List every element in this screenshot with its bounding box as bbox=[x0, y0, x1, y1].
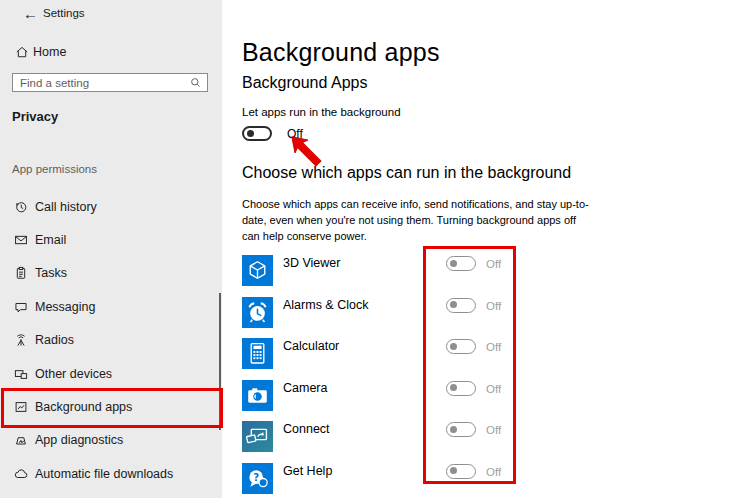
sidebar-item-label: Email bbox=[35, 233, 66, 247]
app-row-3d-viewer: 3D Viewer Off bbox=[242, 250, 712, 292]
svg-text:?: ? bbox=[253, 471, 259, 482]
category-title: Privacy bbox=[12, 109, 58, 124]
titlebar: ← Settings bbox=[0, 5, 222, 23]
sidebar-item-label: App diagnostics bbox=[35, 433, 123, 447]
camera-toggle[interactable] bbox=[446, 381, 476, 396]
background-apps-heading: Background Apps bbox=[242, 74, 367, 92]
app-diagnostics-icon bbox=[13, 433, 28, 448]
search-box[interactable] bbox=[12, 73, 208, 92]
connect-toggle[interactable] bbox=[446, 422, 476, 437]
sidebar-item-label: Other devices bbox=[35, 367, 112, 381]
toggle-knob bbox=[247, 130, 254, 137]
group-label: App permissions bbox=[12, 163, 97, 175]
app-toggle-state: Off bbox=[486, 300, 501, 312]
background-apps-icon bbox=[13, 400, 28, 415]
app-row-calculator: Calculator Off bbox=[242, 333, 712, 375]
toggle-knob bbox=[450, 301, 457, 308]
app-toggle-state: Off bbox=[486, 424, 501, 436]
get-help-toggle[interactable] bbox=[446, 464, 476, 479]
camera-tile-icon bbox=[242, 380, 273, 411]
sidebar-item-radios[interactable]: Radios bbox=[0, 324, 222, 357]
app-list: 3D Viewer Off Alarms & Clock Off bbox=[242, 250, 712, 498]
sidebar-item-automatic-file-downloads[interactable]: Automatic file downloads bbox=[0, 457, 222, 490]
radios-icon bbox=[13, 333, 28, 348]
toggle-knob bbox=[450, 467, 457, 474]
app-row-camera: Camera Off bbox=[242, 375, 712, 417]
master-toggle-label: Let apps run in the background bbox=[242, 106, 401, 118]
sidebar-item-label: Call history bbox=[35, 200, 97, 214]
back-arrow-icon[interactable]: ← bbox=[23, 5, 38, 23]
sidebar-scrollbar[interactable] bbox=[219, 293, 221, 430]
app-toggle-state: Off bbox=[486, 341, 501, 353]
search-input[interactable] bbox=[13, 77, 190, 89]
toggle-knob bbox=[450, 260, 457, 267]
email-icon bbox=[13, 233, 28, 248]
alarms-clock-tile-icon bbox=[242, 297, 273, 328]
choose-apps-description: Choose which apps can receive info, send… bbox=[242, 196, 594, 244]
sidebar-item-label: Messaging bbox=[35, 300, 95, 314]
app-name: Get Help bbox=[283, 464, 332, 478]
calculator-toggle[interactable] bbox=[446, 339, 476, 354]
call-history-icon bbox=[13, 199, 28, 214]
sidebar-item-app-diagnostics[interactable]: App diagnostics bbox=[0, 424, 222, 457]
cloud-download-icon bbox=[13, 466, 28, 481]
sidebar-item-tasks[interactable]: Tasks bbox=[0, 257, 222, 290]
app-name: Connect bbox=[283, 422, 330, 436]
connect-tile-icon bbox=[242, 421, 273, 452]
app-name: 3D Viewer bbox=[283, 256, 340, 270]
main-content: Background apps Background Apps Let apps… bbox=[222, 0, 730, 498]
sidebar-item-call-history[interactable]: Call history bbox=[0, 190, 222, 223]
home-label: Home bbox=[33, 45, 66, 59]
alarms-clock-toggle[interactable] bbox=[446, 298, 476, 313]
settings-window: ← Settings Home Privacy App permissions bbox=[0, 0, 730, 498]
master-toggle-state: Off bbox=[287, 127, 303, 141]
messaging-icon bbox=[13, 299, 28, 314]
other-devices-icon bbox=[13, 366, 28, 381]
sidebar-item-other-devices[interactable]: Other devices bbox=[0, 357, 222, 390]
app-row-alarms-clock: Alarms & Clock Off bbox=[242, 292, 712, 334]
toggle-knob bbox=[450, 343, 457, 350]
tasks-icon bbox=[13, 266, 28, 281]
app-title: Settings bbox=[43, 7, 85, 19]
background-apps-master-toggle[interactable] bbox=[242, 126, 272, 141]
sidebar-item-messaging[interactable]: Messaging bbox=[0, 290, 222, 323]
app-name: Calculator bbox=[283, 339, 339, 353]
sidebar-item-email[interactable]: Email bbox=[0, 223, 222, 256]
search-icon[interactable] bbox=[190, 77, 201, 88]
home-icon bbox=[15, 45, 29, 59]
calculator-tile-icon bbox=[242, 338, 273, 369]
toggle-knob bbox=[450, 384, 457, 391]
app-row-connect: Connect Off bbox=[242, 416, 712, 458]
app-toggle-state: Off bbox=[486, 383, 501, 395]
sidebar-item-label: Background apps bbox=[35, 400, 132, 414]
app-toggle-state: Off bbox=[486, 258, 501, 270]
sidebar-item-background-apps[interactable]: Background apps bbox=[0, 390, 222, 423]
app-toggle-state: Off bbox=[486, 466, 501, 478]
3d-viewer-toggle[interactable] bbox=[446, 256, 476, 271]
toggle-knob bbox=[450, 426, 457, 433]
app-name: Camera bbox=[283, 381, 327, 395]
app-name: Alarms & Clock bbox=[283, 298, 368, 312]
sidebar-item-label: Automatic file downloads bbox=[35, 467, 173, 481]
app-row-get-help: ? Get Help Off bbox=[242, 458, 712, 498]
get-help-tile-icon: ? bbox=[242, 463, 273, 494]
sidebar-item-label: Radios bbox=[35, 333, 74, 347]
sidebar-nav: Call history Email Tas bbox=[0, 190, 222, 491]
sidebar: ← Settings Home Privacy App permissions bbox=[0, 0, 222, 498]
page-title: Background apps bbox=[242, 38, 440, 67]
sidebar-item-home[interactable]: Home bbox=[0, 42, 222, 62]
choose-apps-heading: Choose which apps can run in the backgro… bbox=[242, 164, 571, 182]
sidebar-item-label: Tasks bbox=[35, 266, 67, 280]
3d-viewer-tile-icon bbox=[242, 255, 273, 286]
